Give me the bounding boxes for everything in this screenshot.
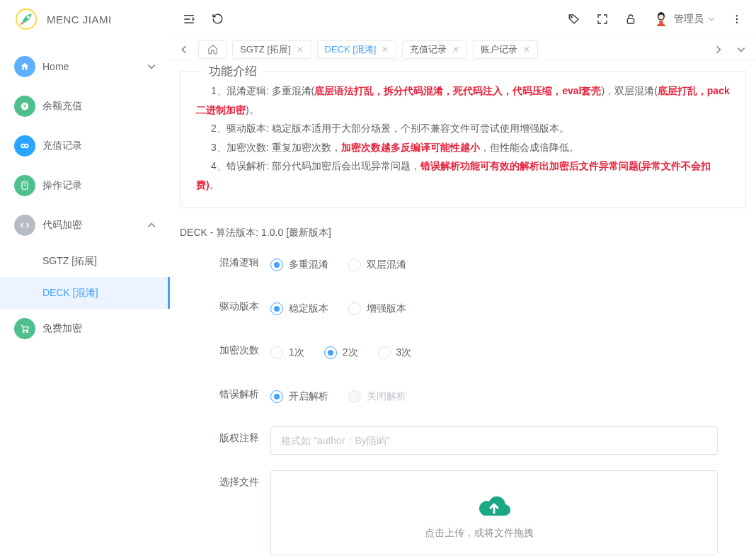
sidebar-item-5[interactable]: 免费加密 xyxy=(0,309,170,348)
tab-2[interactable]: 充值记录✕ xyxy=(402,40,467,59)
sidebar-item-0[interactable]: Home xyxy=(0,47,170,86)
menu-label: Home xyxy=(42,61,147,72)
radio-dot xyxy=(348,302,361,315)
intro-fieldset: 功能介绍 1、混淆逻辑: 多重混淆(底层语法打乱，拆分代码混淆，死代码注入，代码… xyxy=(180,71,746,208)
topbar: 管理员 xyxy=(170,0,756,38)
tab-1[interactable]: DECK [混淆]✕ xyxy=(317,40,397,59)
intro-highlight: 底层语法打乱，拆分代码混淆，死代码注入，代码压缩，eval套壳 xyxy=(314,85,601,96)
tag-icon[interactable] xyxy=(568,13,580,25)
tab-3[interactable]: 账户记录✕ xyxy=(473,40,538,59)
close-icon[interactable]: ✕ xyxy=(382,45,389,55)
more-icon[interactable] xyxy=(731,13,743,25)
intro-text: 。 xyxy=(210,179,219,191)
copyright-input[interactable] xyxy=(270,426,718,455)
radio-label: 3次 xyxy=(396,346,412,359)
label-file: 选择文件 xyxy=(208,470,259,489)
tab-prev[interactable] xyxy=(176,40,194,59)
radio-option: 关闭解析 xyxy=(348,390,406,403)
tabs-bar: SGTZ [拓展]✕DECK [混淆]✕充值记录✕账户记录✕ xyxy=(170,38,756,61)
close-icon[interactable]: ✕ xyxy=(452,45,459,55)
home-icon xyxy=(14,56,35,77)
file-uploader[interactable]: 点击上传，或将文件拖拽到此处 xyxy=(270,470,718,555)
radio-option[interactable]: 稳定版本 xyxy=(270,302,328,315)
radio-option[interactable]: 双层混淆 xyxy=(348,259,406,271)
radio-option[interactable]: 多重混淆 xyxy=(270,259,328,271)
chevron-down-icon xyxy=(147,221,156,229)
radio-dot xyxy=(324,346,337,359)
intro-title: 功能介绍 xyxy=(202,63,264,79)
wallet-icon: ¥ xyxy=(14,96,35,117)
menu-label: 充值记录 xyxy=(42,140,170,152)
radio-label: 开启解析 xyxy=(289,390,328,403)
radio-label: 双层混淆 xyxy=(367,259,406,271)
svg-point-14 xyxy=(571,16,572,18)
radio-label: 2次 xyxy=(343,346,358,359)
tab-next[interactable] xyxy=(709,40,728,59)
fullscreen-icon[interactable] xyxy=(596,13,609,25)
svg-text:¥: ¥ xyxy=(23,103,26,108)
label-copyright: 版权注释 xyxy=(208,426,259,445)
config-form: 混淆逻辑 多重混淆双层混淆 驱动版本 稳定版本增强版本 加密次数 1次2次3次 … xyxy=(180,251,746,555)
sidebar-item-2[interactable]: 充值记录 xyxy=(0,126,170,166)
radio-label: 关闭解析 xyxy=(367,390,406,403)
chevron-down-icon xyxy=(147,62,156,71)
tab-dropdown[interactable] xyxy=(732,40,750,59)
radio-option[interactable]: 增强版本 xyxy=(348,302,406,315)
radio-dot xyxy=(270,346,283,359)
close-icon[interactable]: ✕ xyxy=(523,45,530,55)
radio-option[interactable]: 1次 xyxy=(270,346,304,359)
intro-text: )。 xyxy=(246,104,259,115)
row-copyright: 版权注释 xyxy=(208,426,718,455)
radio-option[interactable]: 开启解析 xyxy=(270,390,328,403)
label-parse: 错误解析 xyxy=(208,382,259,401)
sidebar-item-4[interactable]: 代码加密 xyxy=(0,205,170,245)
radio-dot xyxy=(348,259,361,271)
submenu-item-1[interactable]: DECK [混淆] xyxy=(0,277,170,309)
svg-point-18 xyxy=(736,15,738,16)
intro-text: )，双层混淆( xyxy=(601,85,657,96)
cart-icon xyxy=(14,318,35,339)
sidebar-item-3[interactable]: 操作记录 xyxy=(0,166,170,205)
radio-label: 多重混淆 xyxy=(289,259,328,271)
row-driver: 驱动版本 稳定版本增强版本 xyxy=(208,295,718,323)
svg-point-17 xyxy=(659,14,664,19)
tab-label: DECK [混淆] xyxy=(325,43,377,56)
menu-label: 余额充值 xyxy=(42,100,170,113)
row-file: 选择文件 点击上传，或将文件拖拽到此处 xyxy=(208,470,718,555)
menu-label: 操作记录 xyxy=(42,179,170,192)
menu-label: 代码加密 xyxy=(42,219,147,232)
svg-point-5 xyxy=(25,144,28,148)
tab-label: 充值记录 xyxy=(410,43,447,56)
sidebar-item-1[interactable]: ¥余额充值 xyxy=(0,86,170,126)
intro-text: 3、加密次数: 重复加密次数， xyxy=(211,142,341,153)
svg-rect-15 xyxy=(627,18,634,23)
intro-text: 2、驱动版本: 稳定版本适用于大部分场景，个别不兼容文件可尝试使用增强版本。 xyxy=(196,119,730,138)
collapse-icon[interactable] xyxy=(183,13,195,25)
brand-name: MENC JIAMI xyxy=(47,13,112,25)
tab-0[interactable]: SGTZ [拓展]✕ xyxy=(232,40,311,59)
intro-text: 4、错误解析: 部分代码加密后会出现异常问题， xyxy=(211,160,420,171)
tab-home[interactable] xyxy=(198,40,227,59)
link-icon xyxy=(14,135,35,157)
chevron-down-icon xyxy=(708,16,715,23)
lock-icon[interactable] xyxy=(624,13,637,25)
close-icon[interactable]: ✕ xyxy=(297,45,304,55)
radio-label: 1次 xyxy=(289,346,304,359)
radio-label: 稳定版本 xyxy=(289,302,328,315)
row-times: 加密次数 1次2次3次 xyxy=(208,339,718,367)
submenu-item-0[interactable]: SGTZ [拓展] xyxy=(0,245,170,277)
sidebar-menu: Home¥余额充值充值记录操作记录代码加密SGTZ [拓展]DECK [混淆]免… xyxy=(0,38,170,556)
user-name: 管理员 xyxy=(674,13,704,25)
svg-point-1 xyxy=(27,16,30,18)
radio-option[interactable]: 3次 xyxy=(378,346,412,359)
cloud-upload-icon xyxy=(476,490,512,520)
code-icon xyxy=(14,215,35,236)
refresh-icon[interactable] xyxy=(211,13,224,25)
tab-label: SGTZ [拓展] xyxy=(240,43,291,56)
overlay xyxy=(533,484,717,555)
user-dropdown[interactable]: 管理员 xyxy=(653,11,715,28)
intro-highlight: 加密次数越多反编译可能性越小 xyxy=(341,142,480,153)
row-logic: 混淆逻辑 多重混淆双层混淆 xyxy=(208,251,718,279)
radio-option[interactable]: 2次 xyxy=(324,346,358,359)
tab-label: 账户记录 xyxy=(481,43,517,56)
